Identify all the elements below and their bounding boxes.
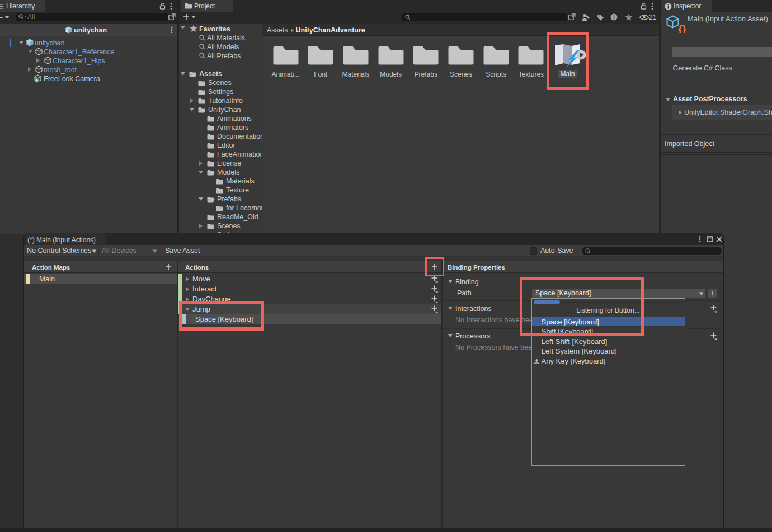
svg-text:{}: {} (678, 23, 686, 33)
